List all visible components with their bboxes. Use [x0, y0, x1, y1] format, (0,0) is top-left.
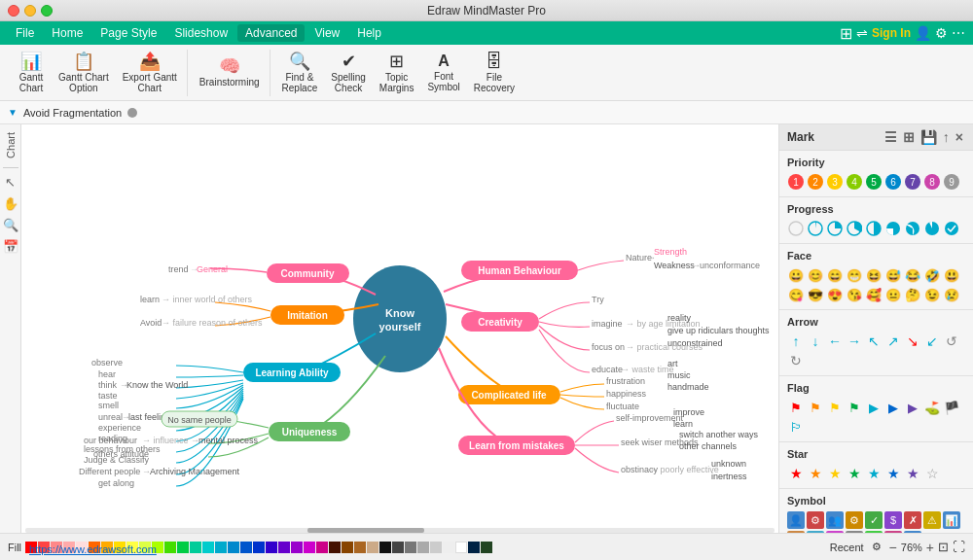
face-joy[interactable]: 😂 [904, 266, 921, 284]
menu-advanced[interactable]: Advanced [237, 24, 305, 42]
face-kiss[interactable]: 😘 [846, 286, 863, 303]
full-screen-button[interactable]: ⛶ [953, 540, 965, 554]
face-yum[interactable]: 😋 [787, 286, 805, 303]
menu-home[interactable]: Home [44, 24, 90, 42]
menu-slideshow[interactable]: Slideshow [166, 24, 235, 42]
pan-icon[interactable]: ✋ [1, 194, 20, 213]
color-white[interactable] [455, 542, 467, 553]
face-laugh[interactable]: 😆 [865, 266, 883, 284]
topic-margins-button[interactable]: ⊞ Topic Margins [374, 52, 420, 94]
sym-16[interactable]: 📋 [904, 531, 921, 533]
arrow-downleft[interactable]: ↙ [923, 332, 941, 350]
face-heart-eyes[interactable]: 😍 [826, 286, 844, 303]
face-smile[interactable]: 😊 [807, 266, 824, 284]
priority-2[interactable]: 2 [807, 173, 824, 191]
flag-yellow[interactable]: ⚑ [826, 399, 844, 416]
star-red[interactable]: ★ [787, 465, 805, 482]
zoom-out-button[interactable]: − [889, 540, 897, 555]
progress-62[interactable] [884, 220, 902, 237]
face-happy[interactable]: 😀 [787, 266, 805, 284]
menu-page-style[interactable]: Page Style [92, 24, 164, 42]
arrow-downright[interactable]: ↘ [904, 332, 921, 350]
menu-file[interactable]: File [8, 24, 42, 42]
color-hot-pink[interactable] [316, 542, 328, 553]
upload-panel-button[interactable]: ↑ [941, 128, 952, 146]
face-sweat[interactable]: 😅 [884, 266, 902, 284]
sym-3[interactable]: 👥 [826, 511, 844, 529]
sym-9[interactable]: 📊 [943, 511, 960, 529]
color-brown[interactable] [329, 542, 341, 553]
settings-icon[interactable]: ⚙ [935, 25, 948, 41]
priority-3[interactable]: 3 [826, 173, 844, 191]
star-blue[interactable]: ★ [884, 465, 902, 482]
face-sunglasses[interactable]: 😎 [807, 286, 824, 303]
sym-8[interactable]: ⚠ [923, 511, 941, 529]
grid-view-button[interactable]: ⊞ [901, 128, 917, 146]
arrow-left[interactable]: ← [826, 332, 844, 350]
color-gray[interactable] [405, 542, 416, 553]
flag-orange[interactable]: ⚑ [807, 399, 824, 416]
list-view-button[interactable]: ☰ [883, 128, 899, 146]
flag-green[interactable]: ⚑ [846, 399, 863, 416]
color-light-gray[interactable] [417, 542, 429, 553]
color-cyan[interactable] [202, 542, 214, 553]
color-silver[interactable] [430, 542, 442, 553]
face-wink[interactable]: 😉 [923, 286, 941, 303]
menu-help[interactable]: Help [349, 24, 389, 42]
star-teal[interactable]: ★ [865, 465, 883, 482]
face-rofl[interactable]: 🤣 [923, 266, 941, 284]
progress-100[interactable] [943, 220, 960, 237]
face-neutral[interactable]: 😐 [884, 286, 902, 303]
color-purple[interactable] [278, 542, 290, 553]
pointer-icon[interactable]: ↖ [3, 173, 18, 192]
sym-13[interactable]: ⊕ [846, 531, 863, 533]
progress-50[interactable] [865, 220, 883, 237]
priority-5[interactable]: 5 [865, 173, 883, 191]
color-teal[interactable] [190, 542, 201, 553]
progress-12[interactable] [807, 220, 824, 237]
color-green[interactable] [164, 542, 176, 553]
star-purple[interactable]: ★ [904, 465, 921, 482]
star-orange[interactable]: ★ [807, 465, 824, 482]
star-yellow[interactable]: ★ [826, 465, 844, 482]
progress-0[interactable] [787, 220, 805, 237]
pennant-3[interactable]: 🏳 [787, 418, 805, 436]
minimize-button[interactable] [24, 5, 36, 17]
more-icon[interactable]: ⋯ [952, 25, 965, 41]
arrow-up[interactable]: ↑ [787, 332, 805, 350]
color-violet[interactable] [291, 542, 303, 553]
arrow-right[interactable]: → [846, 332, 863, 350]
sym-15[interactable]: ✉ [884, 531, 902, 533]
star-empty[interactable]: ☆ [923, 465, 941, 482]
user-icon[interactable]: 👤 [915, 25, 931, 41]
arrow-upright[interactable]: ↗ [884, 332, 902, 350]
fit-page-button[interactable]: ⊡ [938, 540, 949, 554]
save-panel-button[interactable]: 💾 [919, 128, 939, 146]
color-white-smoke[interactable] [443, 542, 454, 553]
sign-in-button[interactable]: Sign In [872, 26, 911, 40]
priority-7[interactable]: 7 [904, 173, 921, 191]
brainstorming-button[interactable]: 🧠 Brainstorming [194, 52, 266, 94]
menu-view[interactable]: View [306, 24, 347, 42]
priority-4[interactable]: 4 [846, 173, 863, 191]
file-recovery-button[interactable]: 🗄 File Recovery [468, 52, 521, 94]
arrow-curved[interactable]: ↺ [943, 332, 960, 350]
export-gantt-button[interactable]: 📤 Export Gantt Chart [117, 52, 183, 94]
progress-87[interactable] [923, 220, 941, 237]
star-green[interactable]: ★ [846, 465, 863, 482]
sym-4[interactable]: ⚙ [846, 511, 863, 529]
website-link[interactable]: https://www.edrawsoft.com [29, 543, 157, 555]
sym-5[interactable]: ✓ [865, 511, 883, 529]
priority-6[interactable]: 6 [884, 173, 902, 191]
gantt-chart-button[interactable]: 📊 Gantt Chart [12, 52, 51, 94]
color-royal-blue[interactable] [253, 542, 265, 553]
color-indigo[interactable] [266, 542, 277, 553]
progress-25[interactable] [826, 220, 844, 237]
maximize-button[interactable] [41, 5, 53, 17]
color-magenta[interactable] [304, 542, 315, 553]
color-dark-blue[interactable] [240, 542, 252, 553]
face-thinking[interactable]: 🤔 [904, 286, 921, 303]
pennant-red[interactable]: ⛳ [923, 399, 941, 416]
close-button[interactable] [8, 5, 19, 17]
progress-37[interactable] [846, 220, 863, 237]
